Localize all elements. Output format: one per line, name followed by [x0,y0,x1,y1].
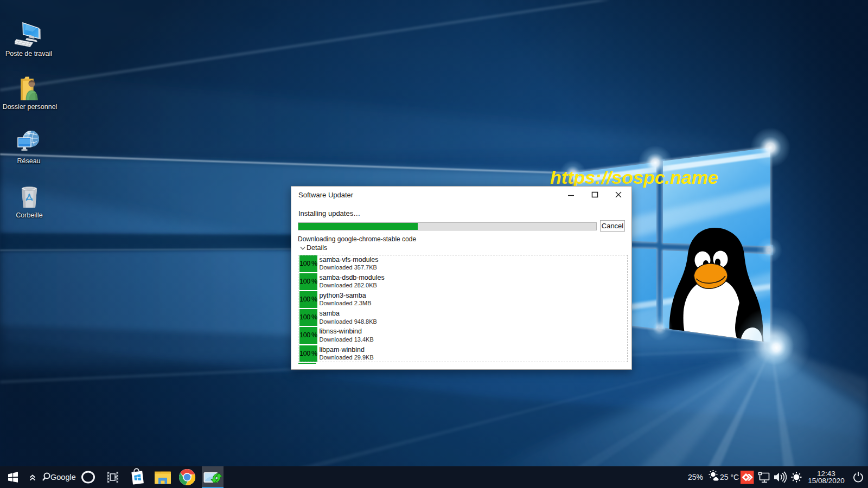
svg-text:https://sospc.name: https://sospc.name [550,167,718,188]
